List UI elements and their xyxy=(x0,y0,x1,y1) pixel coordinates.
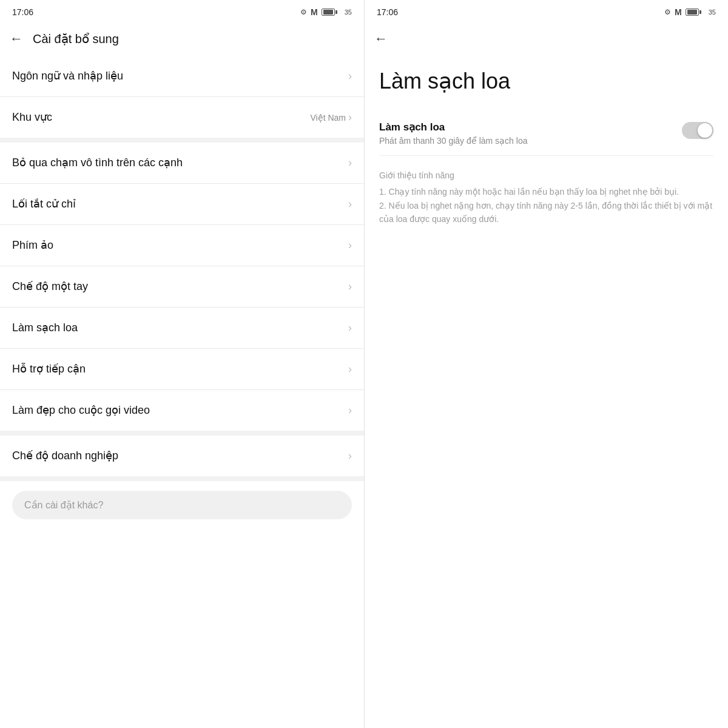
email-icon-left: M xyxy=(311,7,318,17)
feature-description: Phát âm thanh 30 giây để làm sạch loa xyxy=(379,136,672,146)
info-title: Giới thiệu tính năng xyxy=(379,170,713,180)
status-time-right: 17:06 xyxy=(377,7,398,17)
settings-icon-left: ⚙ xyxy=(300,8,307,16)
battery-level-left: 35 xyxy=(345,8,352,16)
menu-label-che-do-mot-tay: Chế độ một tay xyxy=(12,280,88,293)
search-placeholder: Cần cài đặt khác? xyxy=(24,500,103,510)
menu-label-bo-qua-cham: Bỏ qua chạm vô tình trên các cạnh xyxy=(12,156,183,169)
chevron-bo-qua-cham: › xyxy=(348,157,352,169)
menu-label-ngon-ngu: Ngôn ngữ và nhập liệu xyxy=(12,69,123,83)
menu-value-khu-vuc: Việt Nam xyxy=(310,113,346,123)
menu-item-khu-vuc[interactable]: Khu vực Việt Nam › xyxy=(0,97,364,138)
feature-row: Làm sạch loa Phát âm thanh 30 giây để là… xyxy=(379,111,713,156)
settings-icon-right: ⚙ xyxy=(664,8,671,16)
menu-item-loi-tat-cu-chi[interactable]: Lối tắt cử chỉ › xyxy=(0,184,364,224)
menu-item-che-do-doanh-nghiep[interactable]: Chế độ doanh nghiệp › xyxy=(0,436,364,476)
status-bar-left: 17:06 ⚙ M 35 xyxy=(0,0,364,22)
status-time-left: 17:06 xyxy=(12,7,33,17)
battery-box-right xyxy=(686,8,699,16)
feature-toggle[interactable] xyxy=(682,122,713,139)
battery-fill-left xyxy=(323,10,333,15)
menu-label-khu-vuc: Khu vực xyxy=(12,110,52,124)
battery-tip-right xyxy=(699,10,701,14)
header-right: ← xyxy=(365,22,728,56)
status-icons-right: ⚙ M 35 xyxy=(664,7,716,17)
menu-item-bo-qua-cham[interactable]: Bỏ qua chạm vô tình trên các cạnh › xyxy=(0,143,364,183)
right-panel: 17:06 ⚙ M 35 ← Làm sạch loa Làm sạch loa… xyxy=(364,0,728,728)
chevron-phim-ao: › xyxy=(348,239,352,252)
battery-box-left xyxy=(322,8,335,16)
chevron-che-do-mot-tay: › xyxy=(348,280,352,293)
detail-page-title: Làm sạch loa xyxy=(379,68,713,94)
menu-label-lam-sach-loa: Làm sạch loa xyxy=(12,321,78,334)
info-block: Giới thiệu tính năng 1. Chạy tính năng n… xyxy=(379,170,713,226)
menu-label-che-do-doanh-nghiep: Chế độ doanh nghiệp xyxy=(12,449,118,462)
chevron-loi-tat-cu-chi: › xyxy=(348,198,352,211)
chevron-ho-tro-tiep-can: › xyxy=(348,363,352,376)
chevron-ngon-ngu: › xyxy=(348,70,352,83)
battery-tip-left xyxy=(335,10,337,14)
header-left: ← Cài đặt bổ sung xyxy=(0,22,364,56)
feature-label: Làm sạch loa xyxy=(379,121,672,133)
chevron-lam-dep-cuoc-goi: › xyxy=(348,404,352,417)
chevron-lam-sach-loa: › xyxy=(348,322,352,334)
back-button-right[interactable]: ← xyxy=(374,32,388,46)
menu-label-ho-tro-tiep-can: Hỗ trợ tiếp cận xyxy=(12,362,86,376)
menu-label-phim-ao: Phím ảo xyxy=(12,238,53,252)
menu-item-lam-dep-cuoc-goi[interactable]: Làm đẹp cho cuộc gọi video › xyxy=(0,390,364,431)
settings-list: Ngôn ngữ và nhập liệu › Khu vực Việt Nam… xyxy=(0,56,364,728)
status-bar-right: 17:06 ⚙ M 35 xyxy=(365,0,728,22)
menu-label-lam-dep-cuoc-goi: Làm đẹp cho cuộc gọi video xyxy=(12,403,150,417)
menu-item-ngon-ngu[interactable]: Ngôn ngữ và nhập liệu › xyxy=(0,56,364,96)
toggle-knob xyxy=(698,123,712,138)
detail-content: Làm sạch loa Làm sạch loa Phát âm thanh … xyxy=(365,56,728,728)
chevron-khu-vuc: › xyxy=(348,111,352,124)
chevron-che-do-doanh-nghiep: › xyxy=(348,450,352,462)
battery-fill-right xyxy=(687,10,697,15)
menu-item-che-do-mot-tay[interactable]: Chế độ một tay › xyxy=(0,266,364,307)
menu-item-phim-ao[interactable]: Phím ảo › xyxy=(0,225,364,266)
menu-item-lam-sach-loa[interactable]: Làm sạch loa › xyxy=(0,308,364,348)
battery-level-right: 35 xyxy=(709,8,716,16)
menu-item-ho-tro-tiep-can[interactable]: Hỗ trợ tiếp cận › xyxy=(0,349,364,389)
info-body: 1. Chạy tính năng này một hoặc hai lần n… xyxy=(379,185,713,226)
search-bar[interactable]: Cần cài đặt khác? xyxy=(12,491,352,519)
page-title-left: Cài đặt bổ sung xyxy=(33,32,119,46)
email-icon-right: M xyxy=(675,7,682,17)
left-panel: 17:06 ⚙ M 35 ← Cài đặt bổ sung Ngôn ngữ … xyxy=(0,0,364,728)
back-button-left[interactable]: ← xyxy=(10,32,23,46)
menu-label-loi-tat-cu-chi: Lối tắt cử chỉ xyxy=(12,197,76,211)
status-icons-left: ⚙ M 35 xyxy=(300,7,352,17)
